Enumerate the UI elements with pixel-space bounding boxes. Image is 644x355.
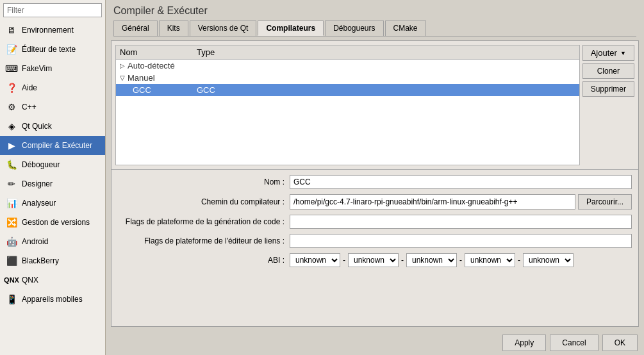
abi-select-5[interactable]: unknown (523, 253, 574, 267)
debogueur-icon: 🐛 (5, 158, 18, 171)
sidebar-item-label: Analyseur (22, 199, 56, 208)
ok-button[interactable]: OK (602, 334, 638, 351)
sidebar-item-gestion-de-versions[interactable]: 🔀 Gestion de versions (0, 213, 105, 232)
tab-cmake[interactable]: CMake (385, 21, 426, 36)
sidebar-item-qnx[interactable]: QNX QNX (0, 270, 105, 290)
content-area: Compiler & Exécuter Général Kits Version… (106, 0, 644, 355)
form-row-nom: Nom : (118, 175, 632, 189)
abi-label: ABI : (118, 256, 285, 265)
sidebar-item-compiler-executer[interactable]: ▶ Compiler & Exécuter (0, 136, 105, 155)
analyseur-icon: 📊 (5, 197, 18, 210)
tab-kits[interactable]: Kits (159, 21, 188, 36)
sidebar-item-label: C++ (22, 103, 37, 111)
sidebar-item-label: Gestion de versions (22, 218, 90, 227)
abi-sep-4: - (518, 256, 520, 265)
ajouter-label: Ajouter (591, 48, 617, 58)
ajouter-button[interactable]: Ajouter ▼ (582, 45, 634, 61)
designer-icon: ✏ (5, 178, 18, 190)
fakevim-icon: ⌨ (5, 62, 18, 75)
group-auto-detecte: ▷ Auto-détecté (116, 60, 579, 72)
col-type-header: Type (197, 47, 575, 57)
group-manuel-label: Manuel (128, 73, 155, 83)
cpp-icon: ⚙ (5, 101, 18, 113)
form-row-flags-liens: Flags de plateforme de l'éditeur de lien… (118, 234, 632, 248)
content-header: Compiler & Exécuter Général Kits Version… (106, 0, 644, 40)
sidebar-item-environnement[interactable]: 🖥 Environnement (0, 21, 105, 40)
sidebar-item-label: FakeVim (22, 64, 52, 73)
flags-code-label: Flags de plateforme de la génération de … (118, 217, 285, 226)
sidebar: 🖥 Environnement 📝 Éditeur de texte ⌨ Fak… (0, 0, 106, 355)
abi-select-1[interactable]: unknown (290, 253, 340, 267)
sidebar-item-label: Qt Quick (22, 122, 52, 131)
sidebar-item-analyseur[interactable]: 📊 Analyseur (0, 194, 105, 213)
tab-debogueurs[interactable]: Débogueurs (325, 21, 383, 36)
bottom-bar: Apply Cancel OK (106, 331, 644, 355)
aide-icon: ❓ (5, 81, 18, 94)
sidebar-scroll: 🖥 Environnement 📝 Éditeur de texte ⌨ Fak… (0, 21, 105, 355)
flags-code-input[interactable] (290, 215, 632, 229)
sidebar-item-fakevim[interactable]: ⌨ FakeVim (0, 59, 105, 78)
form-row-abi: ABI : unknown - unknown - unknown (118, 253, 632, 267)
compiler-buttons: Ajouter ▼ Cloner Supprimer (580, 41, 638, 169)
sidebar-item-cpp[interactable]: ⚙ C++ (0, 97, 105, 117)
sidebar-item-label: Éditeur de texte (22, 45, 76, 54)
cloner-button[interactable]: Cloner (582, 63, 634, 79)
form-area: Nom : Chemin du compilateur : Parcourir.… (111, 169, 638, 272)
sidebar-item-label: QNX (22, 276, 38, 285)
sidebar-item-label: BlackBerry (22, 256, 59, 265)
editeur-icon: 📝 (5, 43, 18, 56)
android-icon: 🤖 (5, 235, 18, 248)
abi-sep-3: - (459, 256, 462, 265)
sidebar-item-appareils-mobiles[interactable]: 📱 Appareils mobiles (0, 290, 105, 309)
sidebar-item-android[interactable]: 🤖 Android (0, 232, 105, 251)
sidebar-item-label: Compiler & Exécuter (22, 141, 92, 150)
tab-versions-de-qt[interactable]: Versions de Qt (190, 21, 257, 36)
parcourir-button[interactable]: Parcourir... (578, 194, 632, 210)
chemin-input-group: Parcourir... (290, 194, 632, 210)
abi-sep-1: - (343, 256, 345, 265)
cancel-button[interactable]: Cancel (550, 334, 598, 351)
sidebar-item-label: Android (22, 237, 48, 246)
sidebar-item-label: Aide (22, 83, 37, 92)
collapse-auto-btn[interactable]: ▷ (120, 62, 125, 69)
flags-liens-label: Flags de plateforme de l'éditeur de lien… (118, 236, 285, 245)
sidebar-filter[interactable] (3, 3, 102, 17)
sidebar-item-editeur-de-texte[interactable]: 📝 Éditeur de texte (0, 40, 105, 59)
qnx-icon: QNX (5, 274, 18, 286)
abi-select-3[interactable]: unknown (406, 253, 457, 267)
table-row[interactable]: GCC GCC (116, 84, 579, 96)
chemin-input[interactable] (290, 194, 575, 210)
group-manuel: ▽ Manuel (116, 72, 579, 84)
sidebar-item-debogueur[interactable]: 🐛 Débogueur (0, 155, 105, 174)
apply-button[interactable]: Apply (502, 334, 546, 351)
gestion-icon: 🔀 (5, 216, 18, 229)
compiler-list-area: Nom Type ▷ Auto-détecté ▽ Manuel GCC GCC (111, 41, 638, 169)
supprimer-button[interactable]: Supprimer (582, 81, 634, 97)
main-panel: Nom Type ▷ Auto-détecté ▽ Manuel GCC GCC (111, 40, 639, 327)
abi-select-4[interactable]: unknown (465, 253, 515, 267)
sidebar-item-qt-quick[interactable]: ◈ Qt Quick (0, 117, 105, 136)
sidebar-item-designer[interactable]: ✏ Designer (0, 174, 105, 194)
form-row-flags-code: Flags de plateforme de la génération de … (118, 215, 632, 229)
sidebar-item-label: Appareils mobiles (22, 295, 83, 304)
sidebar-item-blackberry[interactable]: ⬛ BlackBerry (0, 251, 105, 270)
tab-bar: Général Kits Versions de Qt Compilateurs… (113, 21, 636, 37)
abi-row: unknown - unknown - unknown - unknown (290, 253, 574, 267)
row-type: GCC (197, 85, 575, 95)
compiler-table-header: Nom Type (116, 45, 579, 60)
mobile-icon: 📱 (5, 293, 18, 306)
nom-label: Nom : (118, 178, 285, 186)
sidebar-item-aide[interactable]: ❓ Aide (0, 78, 105, 97)
flags-liens-input[interactable] (290, 234, 632, 248)
group-auto-label: Auto-détecté (128, 61, 175, 70)
tab-compilateurs[interactable]: Compilateurs (258, 21, 324, 36)
collapse-manuel-btn[interactable]: ▽ (120, 74, 125, 81)
nom-input[interactable] (290, 175, 632, 189)
abi-select-2[interactable]: unknown (348, 253, 399, 267)
sidebar-item-label: Environnement (22, 26, 74, 35)
tab-general[interactable]: Général (113, 21, 158, 36)
blackberry-icon: ⬛ (5, 254, 18, 267)
filter-input[interactable] (3, 3, 102, 17)
sidebar-item-label: Débogueur (22, 160, 60, 169)
page-title: Compiler & Exécuter (113, 5, 636, 17)
